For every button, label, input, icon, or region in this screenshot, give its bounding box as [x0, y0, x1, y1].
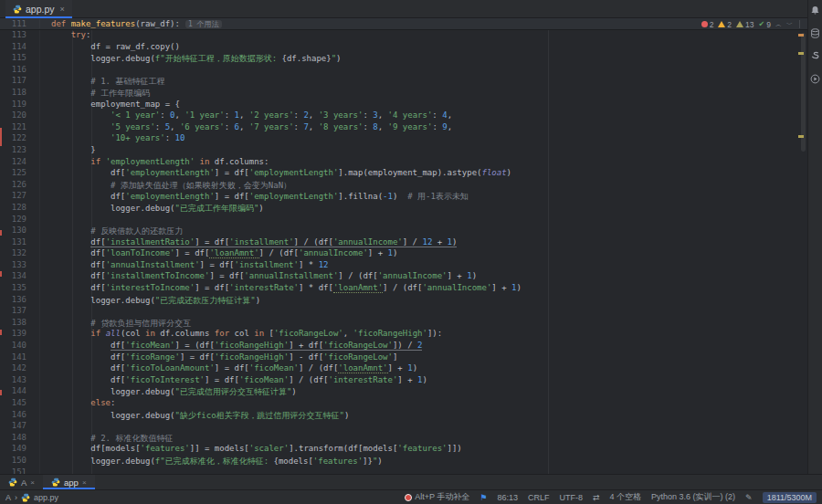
- line-number[interactable]: 149: [0, 444, 40, 456]
- line-number[interactable]: 119: [0, 100, 40, 111]
- line-number[interactable]: 114: [0, 42, 40, 54]
- code-line[interactable]: 114 df = raw_df.copy(): [0, 42, 807, 54]
- status-item-1811-5300m[interactable]: 1811/5300M: [763, 492, 817, 503]
- line-number[interactable]: 125: [0, 168, 40, 180]
- code-line[interactable]: 139 if all(col in df.columns for col in …: [0, 329, 807, 341]
- line-number[interactable]: 126: [0, 180, 40, 192]
- code-line[interactable]: 117 # 1. 基础特征工程: [0, 76, 807, 88]
- line-number[interactable]: 131: [0, 237, 40, 249]
- line-number[interactable]: 127: [0, 191, 40, 203]
- code-line[interactable]: 137: [0, 306, 807, 318]
- bottom-tab-app[interactable]: app×: [43, 475, 95, 489]
- code-line[interactable]: 128 logger.debug("已完成工作年限编码"): [0, 203, 807, 215]
- status-item-python-3-6-2-[interactable]: Python 3.6 (实训一) (2): [651, 491, 735, 503]
- code-line[interactable]: 113 try:: [0, 30, 807, 42]
- sticky-line[interactable]: 111 def make_features(raw_df):1 个用法 2 2 …: [0, 18, 807, 30]
- code-line[interactable]: 122 '10+ years': 10: [0, 133, 807, 145]
- line-number[interactable]: 123: [0, 145, 40, 157]
- line-number[interactable]: 142: [0, 363, 40, 375]
- line-number[interactable]: 136: [0, 295, 40, 307]
- line-number[interactable]: 111: [0, 19, 40, 28]
- line-number[interactable]: 146: [0, 410, 40, 422]
- code-line[interactable]: 138 # 贷款负担与信用评分交互: [0, 318, 807, 330]
- line-number[interactable]: 144: [0, 386, 40, 398]
- code-line[interactable]: 150 logger.debug(f"已完成标准化，标准化特征: {models…: [0, 456, 807, 467]
- ok-count[interactable]: ✔9: [759, 20, 771, 29]
- line-number[interactable]: 118: [0, 88, 40, 100]
- error-count[interactable]: 2: [701, 20, 714, 29]
- code-line[interactable]: 115 logger.debug(f"开始特征工程，原始数据形状: {df.sh…: [0, 53, 807, 65]
- breadcrumb-file[interactable]: app.py: [34, 493, 58, 502]
- line-number[interactable]: 135: [0, 283, 40, 295]
- line-number[interactable]: 145: [0, 398, 40, 410]
- code-line[interactable]: 131 df['installmentRatio'] = df['install…: [0, 237, 807, 249]
- code-line[interactable]: 120 '< 1 year': 0, '1 year': 1, '2 years…: [0, 110, 807, 122]
- line-number[interactable]: 128: [0, 203, 40, 215]
- code-line[interactable]: 140 df['ficoMean'] = (df['ficoRangeHigh'…: [0, 341, 807, 352]
- tab-app-py[interactable]: app.py ×: [5, 0, 72, 17]
- status-item-86-13[interactable]: 86:13: [497, 493, 518, 502]
- status-item-flag[interactable]: ⚑: [480, 493, 487, 502]
- status-item-alt-p-[interactable]: Alt+P 手动补全: [405, 491, 469, 503]
- line-number[interactable]: 113: [0, 30, 40, 42]
- line-number[interactable]: 151: [0, 467, 40, 474]
- breadcrumb-root[interactable]: A: [5, 493, 11, 502]
- bottom-tab-a[interactable]: A×: [0, 475, 43, 489]
- line-number[interactable]: 137: [0, 306, 40, 318]
- code-line[interactable]: 144 logger.debug("已完成信用评分交互特征计算"): [0, 386, 807, 398]
- line-number[interactable]: 150: [0, 456, 40, 467]
- status-item-pencil[interactable]: ✎: [745, 493, 753, 502]
- code-line[interactable]: 119 employment_map = {: [0, 100, 807, 111]
- status-item-gear[interactable]: ⇄: [593, 493, 600, 502]
- code-line[interactable]: 141 df['ficoRange'] = df['ficoRangeHigh'…: [0, 352, 807, 364]
- vertical-scrollbar[interactable]: [801, 33, 806, 152]
- close-icon[interactable]: ×: [30, 478, 35, 487]
- code-line[interactable]: 133 df['annualInstallment'] = df['instal…: [0, 260, 807, 272]
- code-line[interactable]: 116: [0, 65, 807, 77]
- line-number[interactable]: 122: [0, 133, 40, 145]
- line-number[interactable]: 139: [0, 329, 40, 341]
- line-number[interactable]: 130: [0, 226, 40, 237]
- notifications-bell-icon[interactable]: [810, 5, 821, 16]
- code-line[interactable]: 121 '5 years': 5, '6 years': 6, '7 years…: [0, 122, 807, 134]
- code-line[interactable]: 129: [0, 215, 807, 226]
- code-editor[interactable]: 113 try:114 df = raw_df.copy()115 logger…: [0, 30, 807, 474]
- line-number[interactable]: 120: [0, 110, 40, 122]
- code-line[interactable]: 118 # 工作年限编码: [0, 88, 807, 100]
- code-line[interactable]: 143 df['ficoToInterest'] = df['ficoMean'…: [0, 375, 807, 387]
- database-icon[interactable]: [810, 27, 821, 38]
- code-line[interactable]: 136 logger.debug("已完成还款压力特征计算"): [0, 295, 807, 307]
- line-number[interactable]: 148: [0, 433, 40, 445]
- status-item-utf-8[interactable]: UTF-8: [559, 493, 583, 502]
- warning-count[interactable]: 2: [718, 20, 732, 29]
- line-number[interactable]: 141: [0, 352, 40, 364]
- code-line[interactable]: 125 df['employmentLength'] = df['employm…: [0, 168, 807, 180]
- code-line[interactable]: 132 df['loanToIncome'] = df['loanAmnt'] …: [0, 248, 807, 260]
- next-problem-icon[interactable]: ﹀: [786, 21, 793, 27]
- code-line[interactable]: 145 else:: [0, 398, 807, 410]
- code-line[interactable]: 126 # 添加缺失值处理（如果映射失败，会变为NaN）: [0, 180, 807, 192]
- code-line[interactable]: 149 df[models['features']] = models['sca…: [0, 444, 807, 456]
- code-line[interactable]: 146 logger.debug("缺少fico相关字段，跳过信用评分交互特征"…: [0, 410, 807, 422]
- line-number[interactable]: 117: [0, 76, 40, 88]
- line-number[interactable]: 132: [0, 248, 40, 260]
- sciview-icon[interactable]: [810, 50, 821, 61]
- code-line[interactable]: 151: [0, 467, 807, 474]
- weak-warning-count[interactable]: 13: [736, 20, 754, 29]
- line-number[interactable]: 134: [0, 271, 40, 283]
- prev-problem-icon[interactable]: ︿: [775, 21, 782, 27]
- code-line[interactable]: 134 df['installmentToIncome'] = df['annu…: [0, 271, 807, 283]
- close-icon[interactable]: ×: [60, 5, 65, 14]
- status-item-4-[interactable]: 4 个空格: [610, 491, 642, 503]
- line-number[interactable]: 140: [0, 341, 40, 352]
- code-line[interactable]: 135 df['interestToIncome'] = df['interes…: [0, 283, 807, 295]
- line-number[interactable]: 138: [0, 318, 40, 330]
- status-item-crlf[interactable]: CRLF: [528, 493, 550, 502]
- line-number[interactable]: 129: [0, 215, 40, 226]
- line-number[interactable]: 147: [0, 421, 40, 433]
- line-number[interactable]: 143: [0, 375, 40, 387]
- code-line[interactable]: 124 if 'employmentLength' in df.columns:: [0, 157, 807, 169]
- line-number[interactable]: 115: [0, 53, 40, 65]
- line-number[interactable]: 116: [0, 65, 40, 77]
- code-line[interactable]: 130 # 反映借款人的还款压力: [0, 226, 807, 237]
